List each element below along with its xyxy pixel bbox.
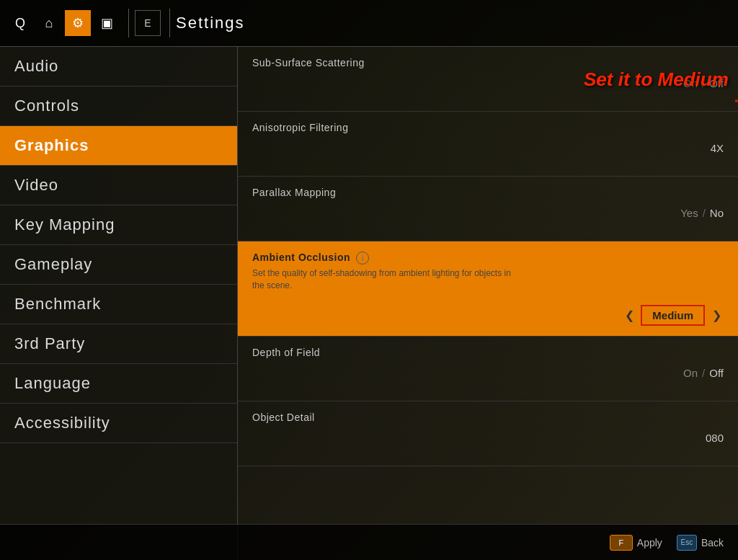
save-icon[interactable]: ▣ [94,10,120,36]
apply-button[interactable]: F Apply [610,535,662,551]
sidebar-item-key-mapping[interactable]: Key Mapping [0,205,237,245]
q-icon[interactable]: Q [7,10,33,36]
sidebar-item-graphics[interactable]: Graphics [0,126,237,166]
setting-label-depth-of-field: Depth of Field [238,337,738,361]
setting-row-anisotropic-filtering: Anisotropic Filtering 4X [238,112,738,177]
topbar: Q ⌂ ⚙ ▣ E Settings [0,0,738,47]
setting-value-text2[interactable]: 080 [706,432,724,444]
topbar-divider [128,9,129,37]
setting-row-depth-of-field: Depth of Field On / Off [238,337,738,401]
main-layout: Audio Controls Graphics Video Key Mappin… [0,47,738,560]
setting-description-ambient-occlusion: Set the quality of self-shadowing from a… [238,267,526,299]
topbar-divider2 [169,9,170,37]
bottombar: F Apply Esc Back [0,524,738,560]
page-title: Settings [176,14,245,32]
setting-label-ambient-occlusion: Ambient Occlusion i [238,241,738,267]
setting-no-option[interactable]: No [710,207,724,219]
apply-key: F [610,535,633,551]
info-icon[interactable]: i [356,252,369,265]
setting-selected-value[interactable]: Medium [641,305,705,326]
separator2: / [703,207,706,219]
setting-label-sub-surface-scattering: Sub-Surface Scattering [238,47,738,71]
separator3: / [702,367,705,379]
separator: / [702,77,705,89]
setting-value-object-detail: 080 [238,426,738,454]
back-label: Back [701,537,724,548]
apply-label: Apply [637,537,662,548]
setting-on-option[interactable]: On [683,77,698,89]
e-label: E [135,10,161,36]
setting-value-text[interactable]: 4X [711,142,724,154]
setting-value-anisotropic-filtering: 4X [238,136,738,164]
back-key: Esc [677,535,697,551]
setting-value-ambient-occlusion: ❮ Medium ❯ [238,299,738,336]
setting-row-object-detail: Object Detail 080 [238,401,738,466]
gear-icon[interactable]: ⚙ [65,10,91,36]
setting-on-option2[interactable]: On [683,367,698,379]
setting-row-parallax-mapping: Parallax Mapping Yes / No [238,177,738,241]
sidebar-item-accessibility[interactable]: Accessibility [0,404,237,443]
setting-row-ambient-occlusion: Ambient Occlusion i Set the quality of s… [238,241,738,337]
setting-label-object-detail: Object Detail [238,401,738,426]
sidebar-item-audio[interactable]: Audio [0,47,237,86]
sidebar: Audio Controls Graphics Video Key Mappin… [0,47,238,560]
setting-off-option2[interactable]: Off [709,367,724,379]
setting-row-sub-surface-scattering: Sub-Surface Scattering On / Off [238,47,738,112]
setting-label-anisotropic-filtering: Anisotropic Filtering [238,112,738,136]
setting-label-parallax-mapping: Parallax Mapping [238,177,738,201]
sidebar-item-3rd-party[interactable]: 3rd Party [0,324,237,364]
back-button[interactable]: Esc Back [677,535,724,551]
sidebar-item-language[interactable]: Language [0,364,237,404]
sidebar-item-video[interactable]: Video [0,166,237,205]
sidebar-item-controls[interactable]: Controls [0,86,237,126]
setting-yes-option[interactable]: Yes [680,207,698,219]
setting-next-button[interactable]: ❯ [709,308,724,322]
setting-value-parallax-mapping: Yes / No [238,201,738,229]
setting-value-sub-surface-scattering: On / Off [238,71,738,99]
setting-off-option[interactable]: Off [709,77,724,89]
home-icon[interactable]: ⌂ [36,10,62,36]
sidebar-item-benchmark[interactable]: Benchmark [0,285,237,324]
settings-content: Set it to Medium Sub-Surface Scattering … [238,47,738,560]
sidebar-item-gameplay[interactable]: Gameplay [0,245,237,285]
setting-prev-button[interactable]: ❮ [622,308,636,322]
setting-value-depth-of-field: On / Off [238,361,738,389]
